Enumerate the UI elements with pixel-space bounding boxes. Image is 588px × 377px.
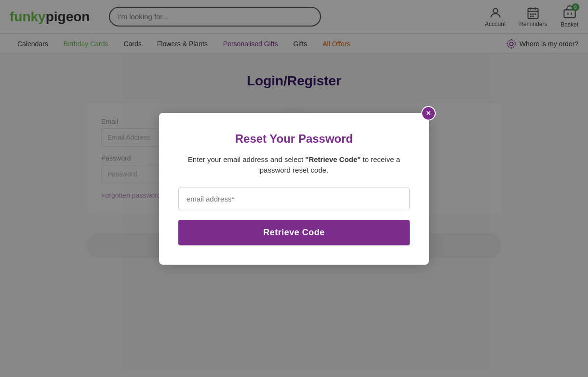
modal-description: Enter your email address and select "Ret… xyxy=(178,154,410,176)
modal-desc-bold: "Retrieve Code" xyxy=(305,155,361,163)
reset-password-modal: × Reset Your Password Enter your email a… xyxy=(159,113,429,265)
retrieve-code-button[interactable]: Retrieve Code xyxy=(178,220,410,245)
modal-title: Reset Your Password xyxy=(178,132,410,146)
modal-overlay[interactable]: × Reset Your Password Enter your email a… xyxy=(0,0,588,377)
reset-email-input[interactable] xyxy=(178,188,410,210)
modal-desc-start: Enter your email address and select xyxy=(188,155,305,163)
modal-close-button[interactable]: × xyxy=(421,106,436,121)
